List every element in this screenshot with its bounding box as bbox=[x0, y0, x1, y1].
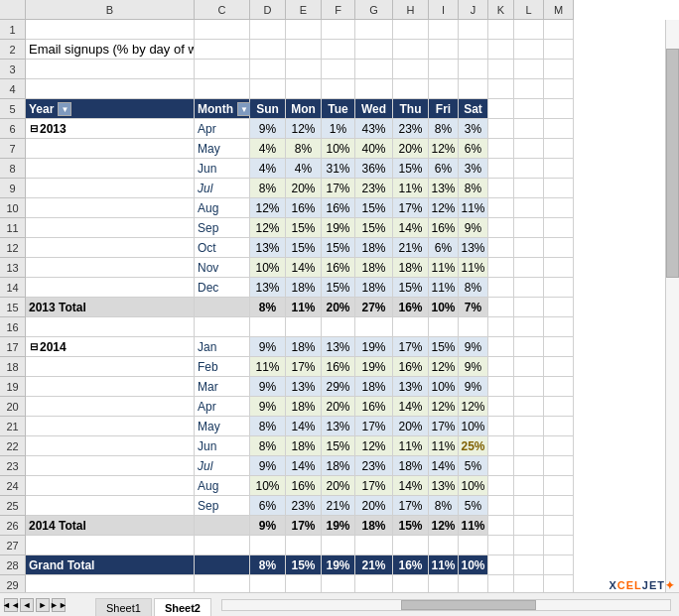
cell-L11 bbox=[514, 218, 544, 238]
watermark-accent: CEL bbox=[617, 579, 642, 591]
header-month[interactable]: Month ▼ bbox=[195, 99, 250, 119]
header-year-label: Year bbox=[29, 102, 54, 116]
last-sheet-arrow[interactable]: ►► bbox=[52, 598, 66, 612]
jul-2014-mon: 14% bbox=[286, 456, 322, 476]
row-17: ⊟ 2014 Jan 9% 18% 13% 19% 17% 15% 9% bbox=[26, 337, 679, 357]
row-num-6: 6 bbox=[0, 119, 26, 139]
cell-I1 bbox=[429, 20, 459, 40]
cell-H1 bbox=[393, 20, 429, 40]
expand-2013-icon[interactable]: ⊟ bbox=[30, 123, 38, 134]
may-2014-mon: 14% bbox=[286, 417, 322, 436]
apr-2014-thu: 14% bbox=[393, 397, 429, 417]
cell-G1 bbox=[355, 20, 393, 40]
cell-I4 bbox=[429, 79, 459, 99]
apr-2014-sat: 12% bbox=[459, 397, 488, 417]
cell-M25 bbox=[544, 496, 574, 516]
col-header-H: H bbox=[393, 0, 429, 20]
next-sheet-arrow[interactable]: ► bbox=[36, 598, 50, 612]
jun-2014-sun: 8% bbox=[250, 436, 286, 456]
vertical-scrollbar[interactable] bbox=[665, 20, 679, 592]
jun-2013-sun: 4% bbox=[250, 159, 286, 179]
apr-2014-fri: 12% bbox=[429, 397, 459, 417]
row-num-5: 5 bbox=[0, 99, 26, 119]
col-header-C: C bbox=[195, 0, 250, 20]
cell-B27 bbox=[26, 536, 195, 555]
horizontal-scrollbar-thumb[interactable] bbox=[401, 600, 535, 610]
total-2014-fri: 12% bbox=[429, 516, 459, 536]
header-year[interactable]: Year ▼ bbox=[26, 99, 195, 119]
year-2014-label: ⊟ 2014 bbox=[26, 337, 195, 357]
row-num-4: 4 bbox=[0, 79, 26, 99]
cell-K26 bbox=[488, 516, 514, 536]
dec-2013-mon: 18% bbox=[286, 278, 322, 298]
cell-K7 bbox=[488, 139, 514, 159]
cell-F16 bbox=[322, 317, 355, 337]
grand-total-sat: 10% bbox=[459, 555, 488, 575]
apr-2014-tue: 20% bbox=[322, 397, 355, 417]
jan-2014-tue: 13% bbox=[322, 337, 355, 357]
expand-2014-icon[interactable]: ⊟ bbox=[30, 341, 38, 352]
jul-2013-thu: 11% bbox=[393, 179, 429, 198]
cell-L24 bbox=[514, 476, 544, 496]
cell-G27 bbox=[355, 536, 393, 555]
first-sheet-arrow[interactable]: ◄◄ bbox=[4, 598, 18, 612]
cell-L28 bbox=[514, 555, 544, 575]
sheet-tab-sheet1[interactable]: Sheet1 bbox=[95, 598, 152, 616]
may-2014-wed: 17% bbox=[355, 417, 393, 436]
sheet-nav-arrows[interactable]: ◄◄ ◄ ► ►► bbox=[4, 598, 66, 612]
cell-I16 bbox=[429, 317, 459, 337]
cell-M8 bbox=[544, 159, 574, 179]
cell-L16 bbox=[514, 317, 544, 337]
row-16 bbox=[26, 317, 679, 337]
cell-F1 bbox=[322, 20, 355, 40]
cell-M9 bbox=[544, 179, 574, 198]
sep-2014-tue: 21% bbox=[322, 496, 355, 516]
jul-2013-sun: 8% bbox=[250, 179, 286, 198]
vertical-scrollbar-thumb[interactable] bbox=[666, 49, 679, 278]
row-9: Jul 8% 20% 17% 23% 11% 13% 8% bbox=[26, 179, 679, 198]
cell-K5 bbox=[488, 99, 514, 119]
oct-2013-month: Oct bbox=[195, 238, 250, 258]
cell-M10 bbox=[544, 198, 574, 218]
prev-sheet-arrow[interactable]: ◄ bbox=[20, 598, 34, 612]
cell-H2 bbox=[393, 40, 429, 60]
cell-K6 bbox=[488, 119, 514, 139]
sheet-tab-sheet2[interactable]: Sheet2 bbox=[154, 598, 211, 616]
cell-M28 bbox=[544, 555, 574, 575]
cell-B4 bbox=[26, 79, 195, 99]
month-dropdown-arrow[interactable]: ▼ bbox=[237, 102, 251, 116]
row-26-total-2014: 2014 Total 9% 17% 19% 18% 15% 12% 11% bbox=[26, 516, 679, 536]
cell-L9 bbox=[514, 179, 544, 198]
sep-2013-wed: 15% bbox=[355, 218, 393, 238]
cell-H27 bbox=[393, 536, 429, 555]
total-2014-mon: 17% bbox=[286, 516, 322, 536]
row-4 bbox=[26, 79, 679, 99]
row-num-21: 21 bbox=[0, 417, 26, 436]
sep-2014-sun: 6% bbox=[250, 496, 286, 516]
cell-L18 bbox=[514, 357, 544, 377]
cell-B8 bbox=[26, 159, 195, 179]
total-2013-wed: 27% bbox=[355, 298, 393, 317]
cell-L22 bbox=[514, 436, 544, 456]
horizontal-scrollbar[interactable] bbox=[221, 599, 671, 611]
cell-C2 bbox=[195, 40, 250, 60]
cell-C1 bbox=[195, 20, 250, 40]
may-2013-sat: 6% bbox=[459, 139, 488, 159]
cell-K27 bbox=[488, 536, 514, 555]
row-num-10: 10 bbox=[0, 198, 26, 218]
jun-2014-fri: 11% bbox=[429, 436, 459, 456]
mar-2014-month: Mar bbox=[195, 377, 250, 397]
row-num-14: 14 bbox=[0, 278, 26, 298]
aug-2013-sat: 11% bbox=[459, 198, 488, 218]
row-1 bbox=[26, 20, 679, 40]
cell-L17 bbox=[514, 337, 544, 357]
cell-E16 bbox=[286, 317, 322, 337]
jun-2014-mon: 18% bbox=[286, 436, 322, 456]
total-2013-fri: 10% bbox=[429, 298, 459, 317]
aug-2013-thu: 17% bbox=[393, 198, 429, 218]
row-23: Jul 9% 14% 18% 23% 18% 14% 5% bbox=[26, 456, 679, 476]
spreadsheet: B C D E F G H I J K L M 1 2 3 4 5 6 7 8 … bbox=[0, 0, 679, 616]
may-2014-sat: 10% bbox=[459, 417, 488, 436]
cell-M18 bbox=[544, 357, 574, 377]
year-dropdown-arrow[interactable]: ▼ bbox=[58, 102, 71, 116]
